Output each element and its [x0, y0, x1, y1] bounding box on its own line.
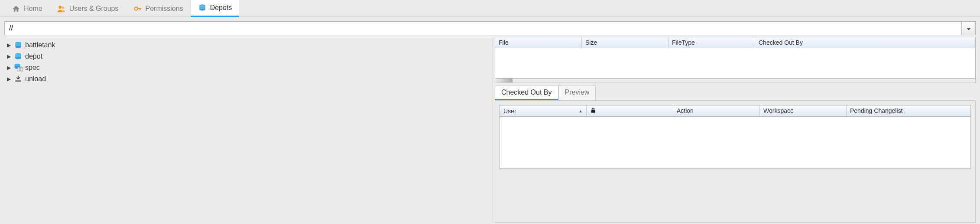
col-checkedoutby[interactable]: Checked Out By — [755, 37, 975, 48]
tree-item-battletank[interactable]: ▶ battletank — [4, 40, 493, 51]
lock-icon — [590, 107, 596, 115]
detail-tab-bar: Checked Out By Preview — [495, 86, 976, 100]
checkout-grid-header: User ▲ Action Workspace Pending Changeli… — [500, 105, 971, 117]
col-filetype[interactable]: FileType — [668, 37, 755, 48]
svg-point-1 — [62, 7, 64, 9]
col-workspace[interactable]: Workspace — [760, 105, 847, 116]
spec-depot-icon — [14, 63, 23, 72]
checkout-grid-body — [500, 117, 971, 169]
col-lock[interactable] — [587, 105, 673, 116]
file-grid-body — [495, 48, 976, 79]
svg-rect-4 — [140, 8, 140, 10]
svg-point-2 — [134, 7, 138, 10]
svg-point-7 — [15, 53, 21, 55]
key-icon — [133, 4, 142, 13]
file-grid-header: File Size FileType Checked Out By — [495, 37, 976, 48]
content-area: ▶ battletank ▶ depot ▶ spec — [0, 16, 980, 224]
home-icon — [12, 4, 20, 13]
subtab-checked-out-by[interactable]: Checked Out By — [495, 86, 558, 100]
tree-label: unload — [25, 75, 46, 83]
right-panel: File Size FileType Checked Out By Checke… — [493, 37, 976, 223]
svg-point-6 — [15, 42, 21, 44]
col-user-label: User — [503, 108, 516, 115]
svg-point-8 — [15, 64, 20, 66]
tab-label: Users & Groups — [69, 5, 119, 13]
tree-item-unload[interactable]: ▶ unload — [4, 73, 493, 85]
path-dropdown-button[interactable] — [962, 21, 976, 35]
chevron-down-icon — [967, 25, 971, 32]
col-pending-changelist[interactable]: Pending Changelist — [847, 105, 970, 116]
path-input[interactable] — [4, 21, 962, 35]
split-pane: ▶ battletank ▶ depot ▶ spec — [4, 37, 976, 223]
depot-tree: ▶ battletank ▶ depot ▶ spec — [4, 37, 493, 223]
main-tab-bar: Home Users & Groups Permissions Depots — [0, 0, 980, 16]
path-bar — [4, 21, 976, 35]
tree-item-spec[interactable]: ▶ spec — [4, 62, 493, 73]
svg-point-5 — [199, 4, 205, 7]
tab-users-groups[interactable]: Users & Groups — [50, 0, 126, 16]
col-action[interactable]: Action — [673, 105, 760, 116]
users-icon — [57, 4, 66, 13]
tree-item-depot[interactable]: ▶ depot — [4, 51, 493, 62]
tree-label: spec — [25, 64, 40, 72]
sort-asc-icon: ▲ — [578, 109, 583, 113]
svg-rect-13 — [15, 80, 21, 82]
expand-icon[interactable]: ▶ — [7, 76, 11, 82]
tree-label: battletank — [25, 41, 55, 49]
tab-home[interactable]: Home — [4, 0, 50, 16]
tab-depots[interactable]: Depots — [191, 0, 240, 17]
svg-point-0 — [58, 6, 62, 9]
file-grid-scrollbar[interactable] — [495, 79, 976, 83]
unload-depot-icon — [14, 75, 23, 83]
detail-panel: User ▲ Action Workspace Pending Changeli… — [495, 100, 976, 223]
depot-icon — [14, 52, 23, 61]
depot-icon — [198, 3, 207, 12]
expand-icon[interactable]: ▶ — [7, 65, 11, 71]
col-user[interactable]: User ▲ — [500, 105, 587, 116]
expand-icon[interactable]: ▶ — [7, 53, 11, 59]
tab-label: Permissions — [146, 5, 183, 13]
subtab-preview[interactable]: Preview — [558, 86, 596, 100]
depot-icon — [14, 41, 23, 49]
col-file[interactable]: File — [495, 37, 582, 48]
expand-icon[interactable]: ▶ — [7, 42, 11, 48]
tab-label: Depots — [210, 4, 232, 12]
col-size[interactable]: Size — [582, 37, 668, 48]
tree-label: depot — [25, 53, 42, 60]
svg-rect-14 — [591, 110, 595, 112]
tab-permissions[interactable]: Permissions — [126, 0, 191, 16]
tab-label: Home — [24, 5, 42, 13]
